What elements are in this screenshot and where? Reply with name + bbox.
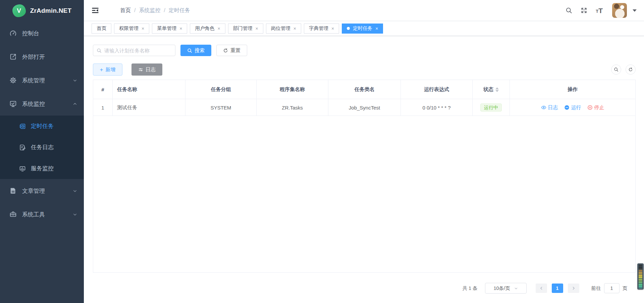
column-header-status-label: 状态 xyxy=(483,86,493,93)
tab-menu-management[interactable]: 菜单管理 × xyxy=(152,24,187,34)
sidebar-item-system-management[interactable]: 系统管理 xyxy=(0,69,84,92)
font-size-icon[interactable]: TT xyxy=(596,7,603,14)
close-icon[interactable]: × xyxy=(142,26,144,31)
performance-monitor-widget[interactable] xyxy=(637,263,644,290)
add-button[interactable]: + 新增 xyxy=(93,63,122,76)
log-button[interactable]: 日志 xyxy=(131,63,162,76)
close-icon[interactable]: × xyxy=(217,26,220,31)
row-log-label: 日志 xyxy=(548,104,558,111)
refresh-icon xyxy=(628,67,633,72)
close-icon[interactable]: × xyxy=(331,26,334,31)
sidebar-item-external-open[interactable]: 外部打开 xyxy=(0,45,84,69)
chevron-down-icon xyxy=(73,212,77,217)
next-page-button[interactable] xyxy=(568,284,579,293)
search-button[interactable]: 搜索 xyxy=(180,45,211,56)
page-size-value: 10条/页 xyxy=(493,285,510,292)
search-icon[interactable] xyxy=(566,7,572,14)
sort-carets[interactable] xyxy=(495,87,499,92)
sidebar-item-task-logs[interactable]: 任务日志 xyxy=(0,137,84,158)
chevron-down-icon xyxy=(514,287,518,290)
pagination-total: 共 1 条 xyxy=(462,285,477,292)
row-stop-label: 停止 xyxy=(594,104,604,111)
page-number-1[interactable]: 1 xyxy=(552,284,563,293)
sidebar-fold-icon[interactable] xyxy=(91,6,99,14)
breadcrumb-home[interactable]: 首页 xyxy=(120,7,131,14)
tab-label: 用户角色 xyxy=(195,25,214,32)
timer-icon xyxy=(19,123,26,130)
tasks-table: # 任务名称 任务分组 程序集名称 任务类名 运行表达式 状态 操作 1 测试任… xyxy=(93,80,636,273)
user-avatar[interactable] xyxy=(612,3,627,18)
sidebar-item-label: 文章管理 xyxy=(22,187,45,195)
page-size-select[interactable]: 10条/页 xyxy=(485,283,527,294)
refresh-icon xyxy=(223,48,228,53)
query-form: 搜索 重置 xyxy=(93,45,636,56)
log-sliders-icon xyxy=(138,67,143,72)
close-icon[interactable]: × xyxy=(179,26,182,31)
cell-task-name: 测试任务 xyxy=(113,99,185,116)
performance-bars xyxy=(639,265,642,288)
tabs-bar: 首页 权限管理 × 菜单管理 × 用户角色 × 部门管理 × 岗位管理 × 字典… xyxy=(84,21,644,36)
active-tab-dot xyxy=(347,27,350,30)
breadcrumb-separator: / xyxy=(134,7,136,13)
sidebar-item-service-monitor[interactable]: 服务监控 xyxy=(0,158,84,179)
sidebar-item-label: 控制台 xyxy=(22,30,39,37)
refresh-table-button[interactable] xyxy=(626,64,636,75)
prev-page-button[interactable] xyxy=(536,284,547,293)
dashboard-icon xyxy=(9,30,17,37)
sidebar-item-label: 定时任务 xyxy=(31,122,54,130)
close-icon[interactable]: × xyxy=(375,26,378,31)
column-header-actions: 操作 xyxy=(510,80,635,99)
gear-icon xyxy=(9,77,17,84)
fullscreen-icon[interactable] xyxy=(581,7,587,14)
goto-unit-label: 页 xyxy=(623,285,628,292)
sidebar-item-scheduled-tasks[interactable]: 定时任务 xyxy=(0,116,84,137)
row-run-link[interactable]: 运行 xyxy=(564,104,581,111)
sidebar-item-system-monitor[interactable]: 系统监控 xyxy=(0,92,84,116)
tab-permission-management[interactable]: 权限管理 × xyxy=(114,24,149,34)
cell-cron: 0 0/10 * * * ? xyxy=(401,99,473,116)
tab-scheduled-tasks[interactable]: 定时任务 × xyxy=(342,24,383,34)
sidebar-item-label: 系统管理 xyxy=(22,77,45,84)
add-button-label: 新增 xyxy=(105,67,115,73)
chevron-left-icon xyxy=(539,286,543,290)
tab-position-management[interactable]: 岗位管理 × xyxy=(266,24,301,34)
table-row: 1 测试任务 SYSTEM ZR.Tasks Job_SyncTest 0 0/… xyxy=(93,99,635,116)
row-stop-link[interactable]: 停止 xyxy=(587,104,604,111)
log-button-label: 日志 xyxy=(146,67,156,73)
cell-status: 运行中 xyxy=(473,99,510,116)
sidebar-item-label: 服务监控 xyxy=(31,165,54,172)
close-icon[interactable]: × xyxy=(256,26,258,31)
app-logo[interactable]: V ZrAdmin.NET xyxy=(0,0,84,21)
sort-asc-icon[interactable] xyxy=(495,87,499,89)
caret-down-icon[interactable] xyxy=(633,9,637,12)
column-header-job-class: 任务类名 xyxy=(328,80,401,99)
tab-label: 权限管理 xyxy=(119,25,139,32)
sidebar-item-dashboard[interactable]: 控制台 xyxy=(0,21,84,45)
page-content: 搜索 重置 + 新增 日志 xyxy=(84,36,644,303)
cell-actions: 日志 运行 停止 xyxy=(510,99,635,116)
row-run-label: 运行 xyxy=(571,104,581,111)
sidebar-item-article-management[interactable]: 文章管理 xyxy=(0,179,84,203)
tab-home[interactable]: 首页 xyxy=(92,24,111,34)
task-name-search-field[interactable] xyxy=(93,45,175,56)
reset-button[interactable]: 重置 xyxy=(216,45,247,56)
pagination: 共 1 条 10条/页 1 前往 页 xyxy=(93,283,627,294)
sidebar-item-system-tools[interactable]: 系统工具 xyxy=(0,203,84,226)
row-log-link[interactable]: 日志 xyxy=(541,104,558,111)
sidebar-item-label: 任务日志 xyxy=(31,143,54,151)
table-header-row: # 任务名称 任务分组 程序集名称 任务类名 运行表达式 状态 操作 xyxy=(93,80,635,99)
search-input[interactable] xyxy=(104,48,172,53)
status-badge: 运行中 xyxy=(480,103,502,112)
tab-department-management[interactable]: 部门管理 × xyxy=(228,24,263,34)
tab-dictionary-management[interactable]: 字典管理 × xyxy=(304,24,339,34)
tab-user-roles[interactable]: 用户角色 × xyxy=(190,24,225,34)
tab-label: 菜单管理 xyxy=(157,25,176,32)
monitor-icon xyxy=(9,100,17,107)
breadcrumb-scheduled-tasks: 定时任务 xyxy=(169,7,190,14)
goto-page-input[interactable] xyxy=(604,283,620,293)
chevron-down-icon xyxy=(73,78,77,83)
app-title: ZrAdmin.NET xyxy=(30,7,72,14)
close-icon[interactable]: × xyxy=(293,26,296,31)
sort-desc-icon[interactable] xyxy=(495,90,499,92)
toggle-search-button[interactable] xyxy=(611,64,621,75)
